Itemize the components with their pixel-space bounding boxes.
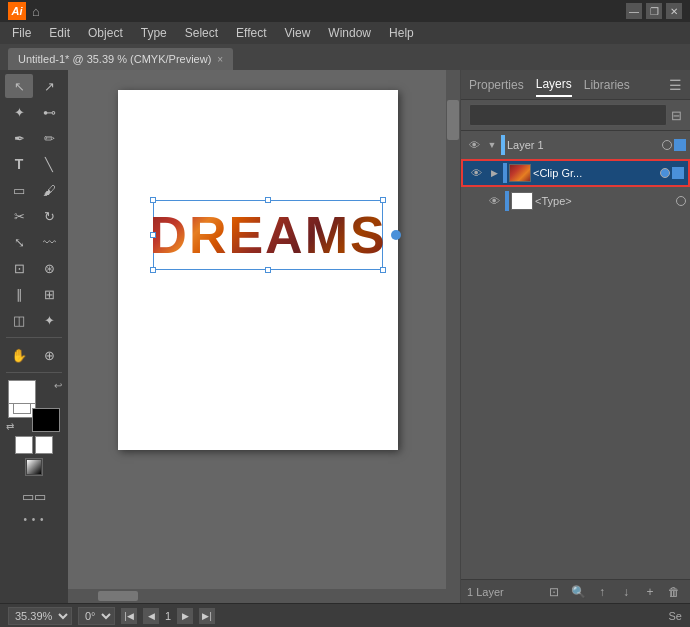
zoom-select[interactable]: 35.39%	[8, 607, 72, 625]
clip-group-color-bar	[503, 163, 507, 183]
clip-group-select-box[interactable]	[672, 167, 684, 179]
handle-top-right[interactable]	[380, 197, 386, 203]
pen-tool[interactable]: ✒	[5, 126, 33, 150]
layer-1-item[interactable]: 👁 ▼ Layer 1	[461, 131, 690, 159]
more-tools[interactable]: • • •	[23, 514, 44, 525]
type-visibility[interactable]: 👁	[485, 192, 503, 210]
gradient-tool[interactable]: ◫	[5, 308, 33, 332]
scissors-tool[interactable]: ✂	[5, 204, 33, 228]
handle-mid-left[interactable]	[150, 232, 156, 238]
handle-top-left[interactable]	[150, 197, 156, 203]
tab-bar: Untitled-1* @ 35.39 % (CMYK/Preview) ×	[0, 44, 690, 70]
menu-file[interactable]: File	[4, 24, 39, 42]
direct-select-tool[interactable]: ↗	[35, 74, 63, 98]
filter-icon[interactable]: ⊟	[671, 108, 682, 123]
tab-layers[interactable]: Layers	[536, 73, 572, 97]
handle-bot-right[interactable]	[380, 267, 386, 273]
handle-mid-right[interactable]	[391, 230, 401, 240]
scroll-thumb-vertical[interactable]	[447, 100, 459, 140]
scroll-thumb-horizontal[interactable]	[98, 591, 138, 601]
scale-tool[interactable]: ⤡	[5, 230, 33, 254]
rotation-select[interactable]: 0°	[78, 607, 115, 625]
close-button[interactable]: ✕	[666, 3, 682, 19]
menu-help[interactable]: Help	[381, 24, 422, 42]
scroll-bar-horizontal[interactable]	[68, 589, 446, 603]
right-panel: Properties Layers Libraries ☰ ⊟ 👁 ▼ Laye…	[460, 70, 690, 603]
menu-window[interactable]: Window	[320, 24, 379, 42]
fill-color-white[interactable]	[8, 380, 36, 404]
nav-last-button[interactable]: ▶|	[199, 608, 215, 624]
layers-search-input[interactable]	[469, 104, 667, 126]
lasso-tool[interactable]: ⊷	[35, 100, 63, 124]
swap-icon[interactable]: ⇄	[6, 421, 14, 432]
tab-close-button[interactable]: ×	[217, 54, 223, 65]
menu-view[interactable]: View	[277, 24, 319, 42]
type-target-dot[interactable]	[676, 196, 686, 206]
eyedropper-tool[interactable]: ✦	[35, 308, 63, 332]
search-layers-button[interactable]: 🔍	[568, 583, 588, 601]
default-colors-icon[interactable]: ↩	[54, 380, 62, 391]
layer-1-target-dot[interactable]	[662, 140, 672, 150]
white-fill[interactable]	[35, 436, 53, 454]
zoom-tool[interactable]: ⊕	[35, 343, 63, 367]
artboard: DREAMS	[118, 90, 398, 450]
move-selection-down-button[interactable]: ↓	[616, 583, 636, 601]
window-controls[interactable]: — ❐ ✕	[626, 3, 682, 19]
status-info-text: Se	[669, 610, 682, 622]
clip-group-target-dot[interactable]	[660, 168, 670, 178]
nav-first-button[interactable]: |◀	[121, 608, 137, 624]
delete-layer-button[interactable]: 🗑	[664, 583, 684, 601]
handle-bot-left[interactable]	[150, 267, 156, 273]
clip-group-expand[interactable]: ▶	[487, 166, 501, 180]
rect-tool[interactable]: ▭	[5, 178, 33, 202]
none-fill[interactable]	[15, 436, 33, 454]
document-tab[interactable]: Untitled-1* @ 35.39 % (CMYK/Preview) ×	[8, 48, 233, 70]
handle-top-mid[interactable]	[265, 197, 271, 203]
nav-next-button[interactable]: ▶	[177, 608, 193, 624]
type-tool[interactable]: T	[5, 152, 33, 176]
nav-prev-button[interactable]: ◀	[143, 608, 159, 624]
layer-1-select-box[interactable]	[674, 139, 686, 151]
select-tool[interactable]: ↖	[5, 74, 33, 98]
main-layout: ↖ ↗ ✦ ⊷ ✒ ✏ T ╲ ▭ 🖌 ✂ ↻ ⤡ 〰 ⊡ ⊛	[0, 70, 690, 603]
free-transform-tool[interactable]: ⊡	[5, 256, 33, 280]
handle-bot-mid[interactable]	[265, 267, 271, 273]
menu-type[interactable]: Type	[133, 24, 175, 42]
clip-group-item[interactable]: 👁 ▶ <Clip Gr...	[461, 159, 690, 187]
brush-tool[interactable]: 🖌	[35, 178, 63, 202]
panel-menu-icon[interactable]: ☰	[669, 77, 682, 93]
layer-1-visibility[interactable]: 👁	[465, 136, 483, 154]
artboard-tool[interactable]: ▭▭	[12, 484, 56, 508]
canvas-area[interactable]: DREAMS	[68, 70, 460, 603]
gradient-fill[interactable]	[25, 458, 43, 476]
color-area: ⇄ ↩	[6, 380, 62, 432]
tab-properties[interactable]: Properties	[469, 74, 524, 96]
clip-group-visibility[interactable]: 👁	[467, 164, 485, 182]
scroll-bar-vertical[interactable]	[446, 70, 460, 603]
hand-tool[interactable]: ✋	[5, 343, 33, 367]
bar-chart-tool[interactable]: ∥	[5, 282, 33, 306]
move-selection-up-button[interactable]: ↑	[592, 583, 612, 601]
maximize-button[interactable]: ❐	[646, 3, 662, 19]
symbol-tool[interactable]: ⊛	[35, 256, 63, 280]
mesh-tool[interactable]: ⊞	[35, 282, 63, 306]
menu-effect[interactable]: Effect	[228, 24, 274, 42]
new-layer-button[interactable]: +	[640, 583, 660, 601]
pencil-tool[interactable]: ✏	[35, 126, 63, 150]
dreams-selection[interactable]: DREAMS	[153, 200, 383, 270]
rotate-tool[interactable]: ↻	[35, 204, 63, 228]
menu-object[interactable]: Object	[80, 24, 131, 42]
minimize-button[interactable]: —	[626, 3, 642, 19]
type-layer-item[interactable]: 👁 <Type>	[461, 187, 690, 215]
layer-1-expand[interactable]: ▼	[485, 138, 499, 152]
warp-tool[interactable]: 〰	[35, 230, 63, 254]
menu-select[interactable]: Select	[177, 24, 226, 42]
fill-color-black[interactable]	[32, 408, 60, 432]
menu-edit[interactable]: Edit	[41, 24, 78, 42]
make-clipping-mask-button[interactable]: ⊡	[544, 583, 564, 601]
home-icon[interactable]: ⌂	[32, 4, 40, 19]
magic-wand-tool[interactable]: ✦	[5, 100, 33, 124]
tab-libraries[interactable]: Libraries	[584, 74, 630, 96]
layers-search-bar: ⊟	[461, 100, 690, 131]
line-tool[interactable]: ╲	[35, 152, 63, 176]
